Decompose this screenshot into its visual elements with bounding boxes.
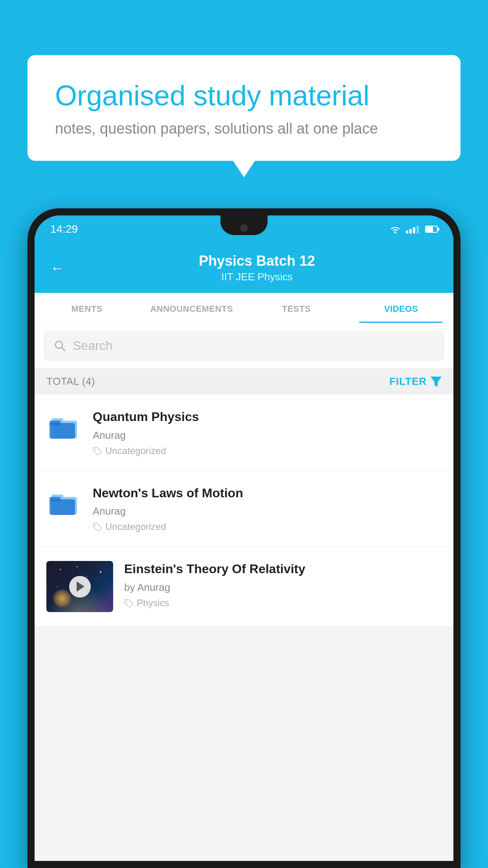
speech-bubble-heading: Organised study material	[55, 79, 433, 112]
signal-icon	[406, 225, 419, 234]
batch-subtitle: IIT JEE Physics	[76, 271, 438, 283]
list-item[interactable]: Einstein's Theory Of Relativity by Anura…	[35, 547, 453, 627]
tag-icon	[124, 599, 133, 607]
svg-rect-12	[50, 497, 61, 502]
speech-bubble-container: Organised study material notes, question…	[28, 55, 460, 161]
video-tag: Physics	[124, 598, 442, 609]
tag-icon	[93, 447, 101, 455]
tab-announcements[interactable]: ANNOUNCEMENTS	[139, 293, 244, 323]
camera-dot	[240, 224, 248, 232]
tab-ments[interactable]: MENTS	[35, 293, 139, 323]
tabs-bar: MENTS ANNOUNCEMENTS TESTS VIDEOS	[35, 293, 453, 323]
notch	[220, 215, 268, 235]
folder-icon-container	[46, 485, 82, 520]
speech-bubble: Organised study material notes, question…	[28, 55, 460, 161]
folder-icon	[50, 413, 79, 440]
phone-frame: 14:29	[28, 208, 460, 868]
video-tag: Uncategorized	[93, 521, 442, 532]
filter-bar: TOTAL (4) FILTER	[35, 368, 453, 395]
search-container: Search	[35, 323, 453, 368]
wifi-icon	[389, 225, 401, 234]
status-time: 14:29	[50, 223, 78, 235]
tag-icon	[93, 522, 101, 531]
batch-title: Physics Batch 12	[76, 253, 438, 269]
svg-point-14	[127, 601, 128, 602]
video-info: Einstein's Theory Of Relativity by Anura…	[124, 561, 442, 609]
svg-point-13	[95, 525, 96, 526]
video-tag: Uncategorized	[93, 445, 442, 456]
search-placeholder: Search	[73, 338, 112, 353]
video-author: by Anurag	[124, 581, 442, 594]
filter-button[interactable]: FILTER	[389, 375, 442, 388]
video-author: Anurag	[93, 429, 442, 441]
svg-marker-3	[431, 377, 442, 387]
filter-icon	[431, 377, 442, 387]
search-bar[interactable]: Search	[44, 331, 444, 360]
list-item[interactable]: Quantum Physics Anurag Uncategorized	[35, 395, 453, 471]
speech-bubble-subtext: notes, question papers, solutions all at…	[55, 120, 433, 137]
video-thumbnail	[46, 561, 113, 612]
phone-inner: 14:29	[35, 215, 453, 861]
search-icon	[54, 340, 66, 352]
total-count: TOTAL (4)	[46, 375, 95, 388]
back-button[interactable]: ←	[50, 260, 64, 276]
tab-videos[interactable]: VIDEOS	[349, 293, 454, 323]
svg-point-0	[394, 232, 396, 234]
svg-line-2	[62, 347, 65, 351]
video-list: Quantum Physics Anurag Uncategorized	[35, 395, 453, 627]
battery-icon	[425, 226, 438, 233]
video-title: Einstein's Theory Of Relativity	[124, 561, 442, 577]
folder-icon-container	[46, 409, 82, 444]
video-info: Quantum Physics Anurag Uncategorized	[93, 409, 442, 456]
status-bar: 14:29	[35, 215, 453, 243]
video-title: Newton's Laws of Motion	[93, 485, 442, 502]
svg-point-8	[95, 449, 96, 450]
play-triangle-icon	[77, 581, 84, 592]
play-button[interactable]	[69, 576, 91, 598]
svg-rect-7	[50, 421, 61, 425]
list-item[interactable]: Newton's Laws of Motion Anurag Uncategor…	[35, 471, 453, 547]
video-info: Newton's Laws of Motion Anurag Uncategor…	[93, 485, 442, 533]
header-title-block: Physics Batch 12 IIT JEE Physics	[76, 253, 438, 283]
status-icons	[389, 225, 438, 234]
folder-icon	[50, 489, 79, 517]
tab-tests[interactable]: TESTS	[244, 293, 349, 323]
video-title: Quantum Physics	[93, 409, 442, 425]
video-author: Anurag	[93, 505, 442, 517]
app-header: ← Physics Batch 12 IIT JEE Physics	[35, 243, 453, 293]
